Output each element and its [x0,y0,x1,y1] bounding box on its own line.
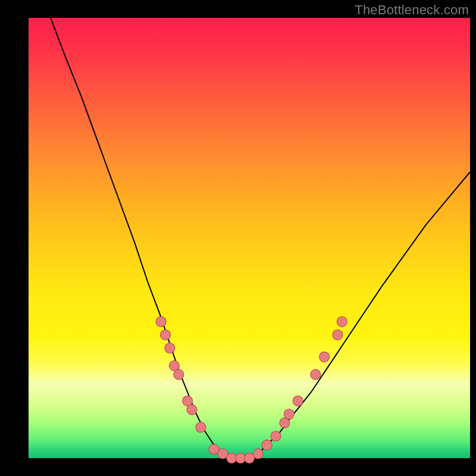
marker-dot [271,431,281,441]
bottleneck-curve [51,18,470,458]
marker-dot [165,343,175,353]
watermark-text: TheBottleneck.com [355,2,469,18]
plot-area [29,18,470,458]
marker-dot [174,369,184,380]
marker-dot [161,330,171,340]
marker-dot [196,422,206,433]
chart-frame: TheBottleneck.com [0,0,476,476]
marker-dot [293,396,303,406]
marker-dot [156,317,166,327]
marker-group [156,317,347,463]
marker-dot [320,352,330,362]
marker-dot [262,440,272,450]
marker-dot [311,369,321,380]
marker-dot [284,409,294,419]
marker-dot [337,317,347,327]
curve-svg [29,18,470,458]
marker-dot [187,405,197,415]
marker-dot [333,330,343,340]
marker-dot [253,449,263,459]
